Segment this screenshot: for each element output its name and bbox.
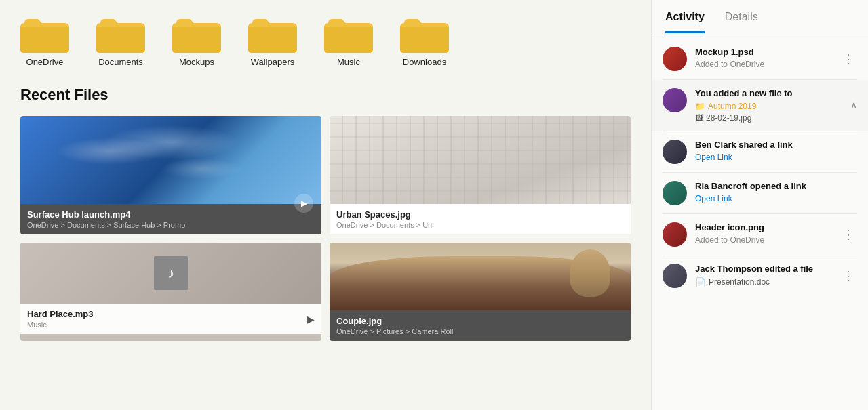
folder-wallpapers[interactable]: Wallpapers [248, 14, 297, 67]
thumb-couple [330, 243, 631, 310]
activity-sub-act4[interactable]: Open Link [695, 194, 857, 203]
more-button-act1[interactable]: ⋮ [840, 53, 857, 65]
folder-small-icon: 📁 [695, 102, 705, 111]
activity-body-act5: Header icon.png Added to OneDrive [695, 222, 831, 245]
file-path-surface-hub: OneDrive > Documents > Surface Hub > Pro… [27, 221, 315, 229]
file-label-act2: 28-02-19.jpg [706, 113, 751, 123]
play-button-surface-hub[interactable]: ▶ [294, 194, 313, 213]
file-path-urban-spaces: OneDrive > Documents > Uni [336, 221, 624, 229]
activity-item-mockup1: Mockup 1.psd Added to OneDrive ⋮ [652, 39, 868, 79]
folder-icon-downloads [400, 14, 449, 53]
thumb-surface-hub [20, 116, 321, 204]
activity-title-act6: Jack Thompson edited a file [695, 264, 831, 275]
activity-sub-act5: Added to OneDrive [695, 235, 831, 245]
folder-onedrive[interactable]: OneDrive [20, 14, 69, 67]
activity-title-act1: Mockup 1.psd [695, 47, 831, 58]
folder-documents[interactable]: Documents [96, 14, 145, 67]
activity-body-act3: Ben Clark shared a link Open Link [695, 140, 857, 162]
file-path-couple: OneDrive > Pictures > Camera Roll [336, 327, 624, 335]
file-info-urban-spaces: Urban Spaces.jpg OneDrive > Documents > … [330, 204, 631, 234]
file-card-urban-spaces[interactable]: 1d Urban Spaces.jpg OneDrive > Documents… [330, 116, 631, 234]
folder-icon-wallpapers [248, 14, 297, 53]
file-card-hard-place[interactable]: 1min ♪ Hard Place.mp3 Music ▶ [20, 243, 321, 341]
file-info-couple: Couple.jpg OneDrive > Pictures > Camera … [330, 310, 631, 341]
file-label-act6: Presentation.doc [709, 277, 770, 287]
file-info-surface-hub: Surface Hub launch.mp4 OneDrive > Docume… [20, 204, 321, 234]
file-sub-act2: 🖼 28-02-19.jpg [695, 113, 842, 123]
activity-body-act2: You added a new file to 📁 Autumn 2019 🖼 … [695, 88, 842, 123]
file-card-surface-hub[interactable]: Surface Hub launch.mp4 OneDrive > Docume… [20, 116, 321, 234]
file-card-couple[interactable]: 2hrs Couple.jpg OneDrive > Pictures > Ca… [330, 243, 631, 341]
tab-details[interactable]: Details [725, 0, 758, 33]
activity-item-ben-clark: Ben Clark shared a link Open Link [652, 131, 868, 172]
tab-activity[interactable]: Activity [665, 0, 705, 33]
file-name-hard-place: Hard Place.mp3 [27, 309, 94, 319]
activity-list: Mockup 1.psd Added to OneDrive ⋮ You add… [652, 33, 868, 410]
activity-title-act2: You added a new file to [695, 88, 842, 100]
activity-sub-act3[interactable]: Open Link [695, 152, 857, 162]
play-button-hard-place[interactable]: ▶ [307, 314, 315, 325]
file-name-couple: Couple.jpg [336, 316, 624, 326]
activity-item-header-icon: Header icon.png Added to OneDrive ⋮ [652, 214, 868, 255]
file-name-surface-hub: Surface Hub launch.mp4 [27, 209, 315, 220]
folder-icon-mockups [172, 14, 221, 53]
activity-title-act4: Ria Bancroft opened a link [695, 181, 857, 192]
right-panel: Activity Details Mockup 1.psd Added to O… [651, 0, 868, 410]
folder-mockups[interactable]: Mockups [172, 14, 221, 67]
folder-label-documents: Documents [98, 57, 143, 67]
activity-body-act6: Jack Thompson edited a file 📄 Presentati… [695, 264, 831, 287]
image-small-icon: 🖼 [695, 113, 703, 123]
more-button-act6[interactable]: ⋮ [840, 270, 857, 282]
folder-label-downloads: Downloads [403, 57, 446, 67]
file-name-urban-spaces: Urban Spaces.jpg [336, 209, 624, 220]
avatar-act4 [663, 181, 687, 205]
panel-tabs: Activity Details [652, 0, 868, 33]
activity-title-act3: Ben Clark shared a link [695, 140, 857, 151]
activity-item-ria-bancroft: Ria Bancroft opened a link Open Link [652, 173, 868, 213]
more-button-act5[interactable]: ⋮ [840, 228, 857, 241]
folder-label-act2: Autumn 2019 [708, 102, 756, 111]
folder-label-wallpapers: Wallpapers [251, 57, 295, 67]
activity-sub-act1: Added to OneDrive [695, 60, 831, 69]
folder-label-onedrive: OneDrive [26, 57, 64, 67]
activity-body-act4: Ria Bancroft opened a link Open Link [695, 181, 857, 203]
file-sub-act6: 📄 Presentation.doc [695, 277, 831, 287]
activity-item-jack-thompson: Jack Thompson edited a file 📄 Presentati… [652, 255, 868, 296]
folder-downloads[interactable]: Downloads [400, 14, 449, 67]
folders-row: OneDrive Documents Mockups [20, 14, 631, 67]
folder-music[interactable]: Music [324, 14, 373, 67]
avatar-act2 [663, 88, 687, 112]
folder-label-music: Music [337, 57, 360, 67]
activity-title-act5: Header icon.png [695, 222, 831, 234]
avatar-act6 [663, 264, 687, 288]
avatar-act5 [663, 222, 687, 247]
thumb-urban-spaces [330, 116, 631, 204]
folder-label-mockups: Mockups [179, 57, 214, 67]
file-info-hard-place: Hard Place.mp3 Music ▶ [20, 304, 321, 334]
folder-icon-onedrive [20, 14, 69, 53]
doc-icon-act6: 📄 [695, 277, 706, 287]
folder-sub-act2: 📁 Autumn 2019 [695, 102, 842, 111]
thumb-hard-place: ♪ [20, 243, 321, 304]
main-content: OneDrive Documents Mockups [0, 0, 651, 410]
avatar-act1 [663, 47, 687, 71]
folder-icon-documents [96, 14, 145, 53]
recent-files-title: Recent Files [20, 86, 631, 104]
avatar-act3 [663, 140, 687, 164]
chevron-button-act2[interactable]: ∧ [850, 100, 857, 110]
file-path-hard-place: Music [27, 321, 94, 329]
folder-icon-music [324, 14, 373, 53]
activity-body-act1: Mockup 1.psd Added to OneDrive [695, 47, 831, 69]
activity-item-new-file: You added a new file to 📁 Autumn 2019 🖼 … [652, 80, 868, 131]
music-art-icon: ♪ [154, 256, 188, 290]
